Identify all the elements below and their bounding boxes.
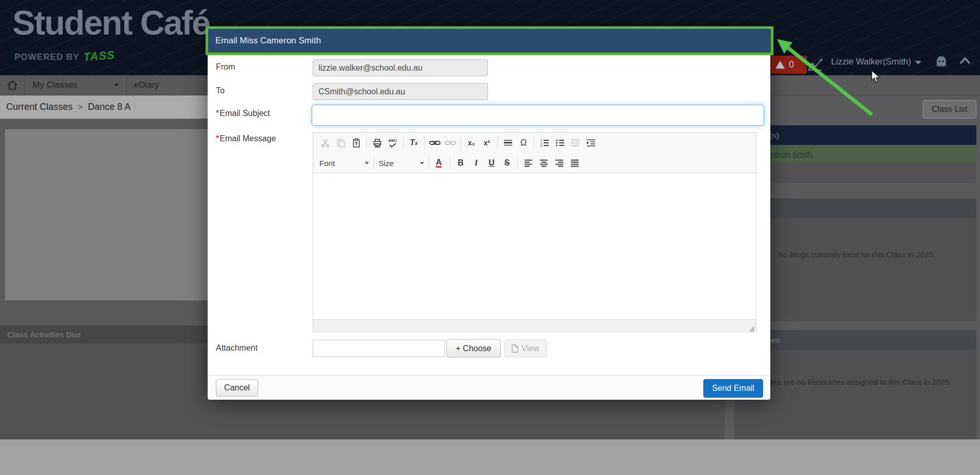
subscript-button[interactable]: x₂ [464, 136, 479, 150]
justify-button[interactable] [567, 156, 582, 170]
cut-button[interactable] [317, 136, 333, 150]
horizontal-rule-button[interactable] [500, 136, 516, 150]
message-body-field[interactable] [313, 173, 756, 319]
align-left-button[interactable] [520, 156, 536, 170]
align-center-button[interactable] [536, 156, 551, 170]
subject-label: *Email Subject [216, 109, 270, 118]
unlink-button[interactable] [443, 136, 458, 150]
bold-button[interactable]: B [453, 156, 468, 170]
superscript-button[interactable]: x² [479, 136, 495, 150]
alert-triangle-icon [775, 61, 785, 69]
breadcrumb-root[interactable]: Current Classes [6, 102, 73, 112]
toolbar-separator [461, 137, 461, 149]
underline-button[interactable]: U [484, 156, 499, 170]
attachment-label: Attachment [216, 343, 258, 353]
collapse-header-button[interactable] [958, 56, 972, 67]
spellcheck-button[interactable]: ABC [385, 136, 400, 150]
subject-field[interactable] [312, 105, 764, 126]
blogs-header: Blogs [734, 199, 976, 218]
chevron-down-icon [915, 61, 921, 64]
toolbar-separator [424, 137, 425, 149]
resize-handle[interactable] [749, 326, 754, 332]
to-field [313, 83, 488, 100]
resources-header: Resources [734, 330, 976, 350]
breadcrumb-separator: > [78, 103, 82, 112]
choose-file-button[interactable]: + Choose [446, 339, 501, 357]
indent-button[interactable] [583, 136, 599, 150]
breadcrumb-current: Dance 8 A [88, 102, 130, 112]
teachers-panel: Teacher(s) Miss Cameron Smith [734, 125, 976, 183]
toolbar-separator [517, 157, 518, 169]
editor-footer [313, 319, 756, 333]
page-footer-area [0, 439, 980, 475]
analytics-icon[interactable] [807, 58, 823, 72]
chevron-down-icon [114, 84, 119, 87]
powered-by-label: POWERED BYTASS [14, 50, 115, 63]
app-logo: Student Café [12, 3, 210, 42]
svg-text:3: 3 [540, 144, 543, 147]
required-marker: * [216, 109, 219, 118]
required-marker: * [216, 134, 219, 143]
email-modal-footer: Cancel Send Email [208, 375, 770, 400]
teacher-row[interactable]: Miss Cameron Smith [734, 145, 976, 162]
copy-button[interactable] [333, 136, 348, 150]
home-button[interactable] [0, 75, 25, 95]
user-name: Lizzie Walker(Smith) [831, 57, 911, 67]
special-char-button[interactable]: Ω [516, 136, 531, 150]
email-modal-header: Email Miss Cameron Smith [206, 26, 773, 55]
blogs-empty-message: No Blogs currently exist for this Class … [734, 218, 976, 321]
toolbar-separator [534, 137, 534, 149]
italic-button[interactable]: I [468, 156, 484, 170]
text-color-button[interactable]: A [432, 156, 447, 170]
notification-bell-icon[interactable] [934, 55, 949, 71]
cancel-button[interactable]: Cancel [216, 379, 258, 397]
resources-panel: Resources There are no Resources assigne… [734, 330, 976, 439]
message-label: *Email Message [216, 134, 276, 143]
toolbar-separator [403, 137, 403, 149]
toolbar-separator [450, 157, 450, 169]
remove-format-button[interactable]: Tx [406, 136, 421, 150]
document-icon [512, 345, 518, 353]
from-field [313, 59, 488, 76]
from-label: From [216, 62, 235, 72]
teachers-header: Teacher(s) [734, 125, 976, 145]
editor-toolbar-row2: Font Size A B I U S [313, 153, 756, 173]
blogs-panel: Blogs No Blogs currently exist for this … [734, 199, 976, 321]
user-menu[interactable]: Lizzie Walker(Smith) [831, 57, 921, 67]
nav-my-classes[interactable]: My Classes [25, 75, 127, 95]
resources-empty-message: There are no Resources assigned to this … [734, 350, 976, 439]
view-file-button[interactable]: View [504, 339, 547, 357]
teachers-panel-body [734, 162, 976, 183]
chevron-down-icon [365, 162, 369, 165]
email-modal: Email Miss Cameron Smith From To *Email … [208, 28, 770, 399]
editor-toolbar-row1: ABC Tx x₂ [313, 133, 756, 153]
paste-button[interactable] [348, 136, 364, 150]
alert-count: 0 [789, 59, 794, 70]
toolbar-separator [374, 157, 374, 169]
to-label: To [216, 86, 225, 95]
chevron-down-icon [420, 162, 424, 165]
align-right-button[interactable] [551, 156, 567, 170]
toolbar-separator [366, 137, 367, 149]
bullet-list-button[interactable] [552, 136, 568, 150]
page: Student Café POWERED BYTASS 0 Lizzie Wal… [0, 0, 980, 475]
toolbar-separator [497, 137, 498, 149]
tass-logo: TASS [83, 48, 115, 64]
outdent-button[interactable] [568, 136, 583, 150]
toolbar-separator [429, 157, 429, 169]
numbered-list-button[interactable]: 123 [537, 136, 552, 150]
strikethrough-button[interactable]: S [499, 156, 515, 170]
print-button[interactable] [369, 136, 385, 150]
class-list-button[interactable]: Class List [923, 100, 976, 119]
link-button[interactable] [427, 136, 443, 150]
message-editor: ABC Tx x₂ [313, 132, 756, 333]
email-modal-title: Email Miss Cameron Smith [208, 36, 321, 46]
size-select[interactable]: Size [377, 159, 426, 168]
font-select[interactable]: Font [317, 159, 371, 168]
send-email-button[interactable]: Send Email [703, 379, 763, 398]
attachment-field[interactable] [313, 340, 445, 357]
